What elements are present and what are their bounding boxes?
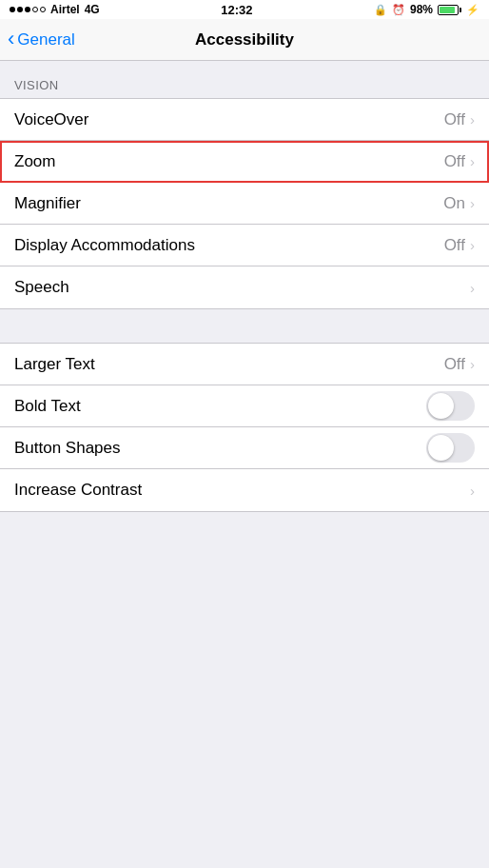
content-area: VISIONVoiceOverOff›ZoomOff›MagnifierOn›D… (0, 61, 489, 512)
list-item-right-0-2: On› (443, 194, 475, 213)
list-item-label-1-2: Button Shapes (14, 439, 121, 458)
list-item-label-0-4: Speech (14, 278, 69, 297)
battery-percent: 98% (410, 3, 433, 16)
list-item-label-0-1: Zoom (14, 152, 55, 171)
list-item-0-2[interactable]: MagnifierOn› (0, 183, 489, 225)
list-item-right-1-3: › (470, 483, 475, 499)
chevron-right-icon-1-0: › (470, 356, 475, 372)
list-item-right-1-2 (426, 433, 475, 463)
chevron-right-icon-1-3: › (470, 483, 475, 499)
list-item-value-1-0: Off (444, 355, 465, 374)
toggle-1-1[interactable] (426, 391, 475, 421)
list-item-value-0-3: Off (444, 236, 465, 255)
list-group-1: Larger TextOff›Bold TextButton ShapesInc… (0, 343, 489, 512)
lightning-icon: ⚡ (466, 4, 479, 16)
list-item-label-1-1: Bold Text (14, 397, 81, 416)
list-item-value-0-2: On (443, 194, 465, 213)
chevron-right-icon-0-2: › (470, 195, 475, 211)
signal-dot-3 (25, 7, 30, 12)
list-item-label-0-0: VoiceOver (14, 110, 88, 129)
chevron-right-icon-0-0: › (470, 111, 475, 128)
list-item-right-0-0: Off› (444, 110, 475, 129)
back-button[interactable]: ‹ General (8, 30, 75, 49)
list-item-right-1-0: Off› (444, 355, 475, 374)
list-item-value-0-1: Off (444, 152, 465, 171)
group-spacer-1 (0, 309, 489, 343)
toggle-1-2[interactable] (426, 433, 475, 463)
list-item-0-1[interactable]: ZoomOff› (0, 141, 489, 183)
toggle-thumb-1-1 (428, 393, 454, 419)
list-item-right-0-1: Off› (444, 152, 475, 171)
list-item-0-4[interactable]: Speech› (0, 266, 489, 308)
list-item-0-0[interactable]: VoiceOverOff› (0, 99, 489, 141)
back-chevron-icon: ‹ (8, 29, 14, 49)
section-header-0: VISION (0, 61, 489, 98)
battery-indicator (438, 5, 461, 15)
time-label: 12:32 (221, 3, 252, 17)
status-left: Airtel 4G (10, 3, 100, 16)
signal-dot-2 (17, 7, 23, 12)
list-item-0-3[interactable]: Display AccommodationsOff› (0, 225, 489, 266)
list-item-label-0-2: Magnifier (14, 194, 81, 213)
chevron-right-icon-0-4: › (470, 280, 475, 296)
toggle-thumb-1-2 (428, 435, 454, 461)
list-item-value-0-0: Off (444, 110, 465, 129)
list-item-1-1[interactable]: Bold Text (0, 385, 489, 427)
list-group-0: VoiceOverOff›ZoomOff›MagnifierOn›Display… (0, 98, 489, 309)
lock-icon: 🔒 (374, 4, 387, 16)
list-item-label-0-3: Display Accommodations (14, 236, 195, 255)
alarm-icon: ⏰ (392, 4, 405, 16)
signal-dot-4 (32, 7, 38, 12)
nav-bar: ‹ General Accessibility (0, 19, 489, 61)
carrier-label: Airtel (50, 3, 80, 16)
chevron-right-icon-0-1: › (470, 153, 475, 169)
chevron-right-icon-0-3: › (470, 237, 475, 253)
list-item-right-0-3: Off› (444, 236, 475, 255)
list-item-1-0[interactable]: Larger TextOff› (0, 344, 489, 385)
list-item-1-2[interactable]: Button Shapes (0, 427, 489, 469)
list-item-label-1-0: Larger Text (14, 355, 95, 374)
signal-dot-1 (10, 7, 15, 12)
list-item-1-3[interactable]: Increase Contrast› (0, 469, 489, 511)
list-item-label-1-3: Increase Contrast (14, 481, 142, 500)
list-item-right-0-4: › (470, 280, 475, 296)
list-item-right-1-1 (426, 391, 475, 421)
status-right: 🔒 ⏰ 98% ⚡ (374, 3, 479, 16)
back-label: General (17, 30, 74, 49)
status-bar: Airtel 4G 12:32 🔒 ⏰ 98% ⚡ (0, 0, 489, 19)
signal-dots (10, 7, 46, 12)
page-title: Accessibility (195, 30, 294, 49)
network-label: 4G (85, 3, 100, 16)
signal-dot-5 (40, 7, 46, 12)
